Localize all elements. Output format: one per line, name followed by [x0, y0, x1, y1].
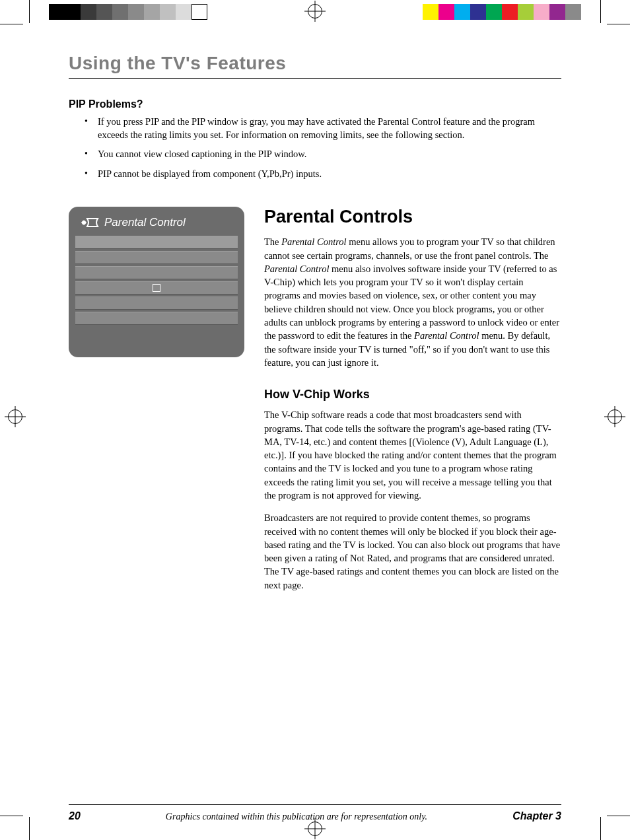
main-text-column: Parental Controls The Parental Control m…	[264, 207, 561, 601]
swatch	[518, 4, 534, 20]
swatch	[438, 4, 454, 20]
registration-mark-icon	[8, 409, 22, 424]
swatch	[486, 4, 502, 20]
crop-mark	[0, 24, 23, 24]
text: menu also involves software inside your …	[264, 263, 559, 341]
swatch	[454, 4, 470, 20]
parental-controls-heading: Parental Controls	[264, 207, 561, 227]
chapter-label: Chapter 3	[512, 810, 561, 822]
page-footer: 20 Graphics contained within this public…	[69, 804, 561, 822]
text-em: Parental Control	[414, 330, 479, 341]
parental-controls-paragraph: The Parental Control menu allows you to …	[264, 235, 561, 369]
text-em: Parental Control	[264, 263, 329, 274]
menu-logo-icon	[81, 217, 99, 228]
vchip-paragraph-2: Broadcasters are not required to provide…	[264, 511, 561, 592]
grayscale-bar	[49, 4, 207, 20]
section-title: Using the TV's Features	[69, 53, 561, 79]
swatch	[49, 4, 65, 20]
swatch	[470, 4, 486, 20]
crop-mark	[0, 816, 23, 816]
panel-row	[75, 251, 238, 264]
crop-mark	[29, 817, 30, 840]
swatch	[81, 4, 96, 20]
crop-mark	[607, 24, 630, 24]
swatch	[128, 4, 144, 20]
panel-row	[75, 312, 238, 325]
list-item: You cannot view closed captioning in the…	[85, 148, 561, 161]
parental-control-menu-graphic: Parental Control	[69, 207, 244, 357]
swatch	[423, 4, 438, 20]
panel-row-checkbox	[75, 281, 238, 295]
crop-mark	[29, 0, 30, 23]
pip-problems-heading: PIP Problems?	[69, 98, 561, 110]
color-bar	[423, 4, 581, 20]
checkbox-icon	[153, 284, 160, 292]
panel-title: Parental Control	[104, 216, 186, 229]
registration-mark-icon	[608, 409, 622, 424]
swatch	[144, 4, 160, 20]
crop-mark	[600, 817, 601, 840]
swatch	[192, 4, 207, 20]
registration-mark-icon	[308, 822, 322, 836]
swatch	[112, 4, 128, 20]
crop-mark	[600, 0, 601, 23]
panel-row	[75, 297, 238, 310]
vchip-paragraph-1: The V-Chip software reads a code that mo…	[264, 408, 561, 502]
list-item: PIP cannot be displayed from component (…	[85, 168, 561, 181]
footer-note: Graphics contained within this publicati…	[81, 812, 512, 822]
text-em: Parental Control	[281, 236, 346, 247]
swatch	[534, 4, 549, 20]
panel-row	[75, 236, 238, 249]
swatch	[502, 4, 518, 20]
swatch	[565, 4, 581, 20]
crop-mark	[607, 816, 630, 816]
page-content: Using the TV's Features PIP Problems? If…	[69, 53, 561, 601]
swatch	[176, 4, 192, 20]
swatch	[65, 4, 81, 20]
panel-rows	[75, 236, 238, 325]
page-number: 20	[69, 810, 81, 822]
panel-row	[75, 266, 238, 279]
swatch	[160, 4, 176, 20]
list-item: If you press PIP and the PIP window is g…	[85, 116, 561, 141]
text: The	[264, 236, 281, 247]
registration-mark-icon	[308, 4, 322, 18]
swatch	[549, 4, 565, 20]
pip-problems-list: If you press PIP and the PIP window is g…	[85, 116, 561, 180]
swatch	[96, 4, 112, 20]
vchip-heading: How V-Chip Works	[264, 388, 561, 402]
